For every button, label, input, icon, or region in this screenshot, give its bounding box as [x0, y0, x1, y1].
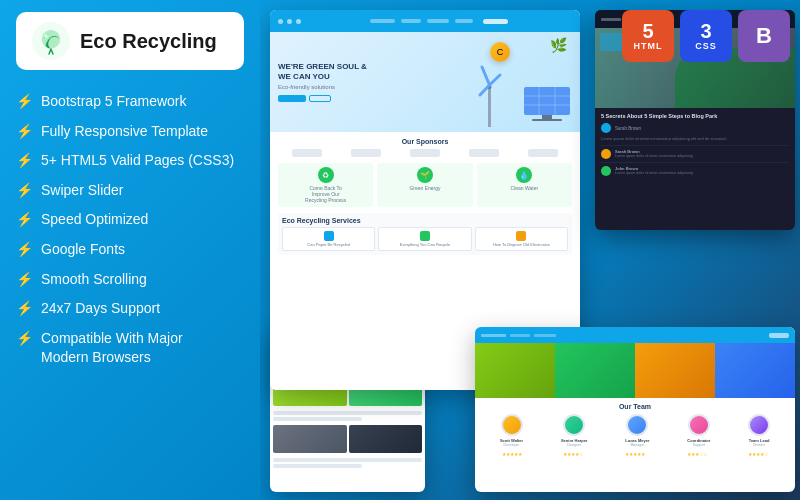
team-members-row: Scott Walter Developer Senior Harper Des… [481, 414, 789, 447]
card-1: ♻ Come Back ToImprove OurRecycling Proce… [278, 163, 373, 207]
sponsors-title: Our Sponsors [278, 138, 572, 145]
nav-dot-2 [287, 19, 292, 24]
card-3: 💧 Clean Water [477, 163, 572, 207]
team-section-title: Our Team [481, 403, 789, 410]
feature-text-5: Speed Optimized [41, 210, 148, 230]
bootstrap-badge-symbol: B [756, 25, 772, 47]
services-title: Eco Recycling Services [282, 217, 568, 224]
team-member-1: Scott Walter Developer [500, 414, 523, 447]
bolt-icon-9: ⚡ [16, 330, 33, 346]
sponsor-2 [351, 149, 381, 157]
gallery-img-5 [273, 425, 347, 453]
feature-responsive: ⚡ Fully Responsive Template [16, 118, 244, 146]
left-panel: Eco Recycling ⚡ Bootstrap 5 Framework ⚡ … [0, 0, 260, 500]
commenter-avatar-1 [601, 149, 611, 159]
feature-support: ⚡ 24x7 Days Support [16, 295, 244, 323]
team-photo-3 [635, 343, 715, 398]
member-avatar-5 [748, 414, 770, 436]
team-member-2: Senior Harper Designer [561, 414, 587, 447]
comment-2: John Brown Lorem ipsum dolor sit amet co… [601, 166, 789, 176]
services-section: Eco Recycling Services Can Paper Be Recy… [278, 213, 572, 255]
css-badge-number: 3 [700, 21, 711, 41]
screen-team: Our Team Scott Walter Developer Senior H… [475, 327, 795, 492]
rating-4: ★★★☆☆ [687, 451, 707, 457]
hero-subtitle: Eco-friendly solutions [278, 84, 472, 90]
gallery-img-6 [349, 425, 423, 453]
star-4: ★★★☆☆ [687, 451, 707, 457]
blog-divider-1 [601, 145, 789, 146]
html-badge-label: HTML [634, 41, 663, 51]
feature-text-1: Bootstrap 5 Framework [41, 92, 187, 112]
team-photo-4 [715, 343, 795, 398]
team-member-4: Coordinator Support [687, 414, 710, 447]
nav-dot-3 [296, 19, 301, 24]
main-container: Eco Recycling ⚡ Bootstrap 5 Framework ⚡ … [0, 0, 800, 500]
logo-box: Eco Recycling [16, 12, 244, 70]
search-bar[interactable] [769, 333, 789, 338]
team-member-3: Lucas Meyer Manager [625, 414, 649, 447]
service-2-icon [420, 231, 430, 241]
member-avatar-3 [626, 414, 648, 436]
feature-text-2: Fully Responsive Template [41, 122, 208, 142]
leaf-icon: 🌿 [550, 37, 567, 53]
service-2-text: Everything You Can Recycle [382, 242, 467, 247]
card-2-icon: 🌱 [417, 167, 433, 183]
nav-item-1 [481, 334, 506, 337]
windmill-svg [472, 57, 507, 127]
star-ratings-row: ★★★★★ ★★★★☆ ★★★★★ ★★★☆☆ ★★★★☆ [481, 451, 789, 457]
html-badge: 5 HTML [622, 10, 674, 62]
member-role-1: Developer [500, 443, 523, 447]
feature-text-7: Smooth Scrolling [41, 270, 147, 290]
service-3-icon [516, 231, 526, 241]
page2-text-block-1 [270, 409, 425, 425]
member-role-5: Director [748, 443, 770, 447]
sponsor-1 [292, 149, 322, 157]
bolt-icon-6: ⚡ [16, 241, 33, 257]
member-role-2: Designer [561, 443, 587, 447]
feature-text-9: Compatible With MajorModern Browsers [41, 329, 183, 368]
nav-dot-1 [278, 19, 283, 24]
service-3: How To Dispose Old Electronics [475, 227, 568, 251]
nav-item-3 [534, 334, 556, 337]
card-1-text: Come Back ToImprove OurRecycling Process [282, 185, 369, 203]
member-role-4: Support [687, 443, 710, 447]
member-avatar-2 [563, 414, 585, 436]
page2-text-block-2 [270, 456, 425, 472]
team-member-5: Team Lead Director [748, 414, 770, 447]
page2-line-2 [273, 417, 362, 421]
rating-5: ★★★★☆ [748, 451, 768, 457]
star-2: ★★★★☆ [563, 451, 583, 457]
gold-coin-icon: C [490, 42, 510, 62]
svg-rect-13 [532, 119, 562, 121]
team-photos-row [475, 343, 795, 398]
svg-line-4 [482, 67, 490, 85]
feature-html5: ⚡ 5+ HTML5 Valid Pages (CSS3) [16, 147, 244, 175]
screen-content: Our Sponsors ♻ Come Back ToImprove OurRe… [270, 132, 580, 261]
feature-scrolling: ⚡ Smooth Scrolling [16, 266, 244, 294]
blog-excerpt: Lorem ipsum dolor sit amet consectetur a… [601, 136, 789, 142]
bolt-icon-1: ⚡ [16, 93, 33, 109]
author-name: Sarah Brown [615, 126, 641, 131]
commenter-avatar-2 [601, 166, 611, 176]
service-1-text: Can Paper Be Recycled [286, 242, 371, 247]
service-1: Can Paper Be Recycled [282, 227, 375, 251]
bolt-icon-8: ⚡ [16, 300, 33, 316]
star-1: ★★★★★ [502, 451, 522, 457]
screen-team-header [475, 327, 795, 343]
rating-2: ★★★★☆ [563, 451, 583, 457]
member-role-3: Manager [625, 443, 649, 447]
card-3-text: Clean Water [481, 185, 568, 191]
service-2: Everything You Can Recycle [378, 227, 471, 251]
hero-title: WE'RE GREEN SOUL &WE CAN YOU [278, 62, 472, 83]
bolt-icon-2: ⚡ [16, 123, 33, 139]
sponsor-3 [410, 149, 440, 157]
author-avatar [601, 123, 611, 133]
team-photo-1 [475, 343, 555, 398]
feature-browsers: ⚡ Compatible With MajorModern Browsers [16, 325, 244, 372]
blog-divider-2 [601, 162, 789, 163]
bootstrap-badge: B [738, 10, 790, 62]
feature-swiper: ⚡ Swiper Slider [16, 177, 244, 205]
bolt-icon-3: ⚡ [16, 152, 33, 168]
solar-panel-svg [522, 82, 572, 122]
sponsors-row [278, 149, 572, 157]
